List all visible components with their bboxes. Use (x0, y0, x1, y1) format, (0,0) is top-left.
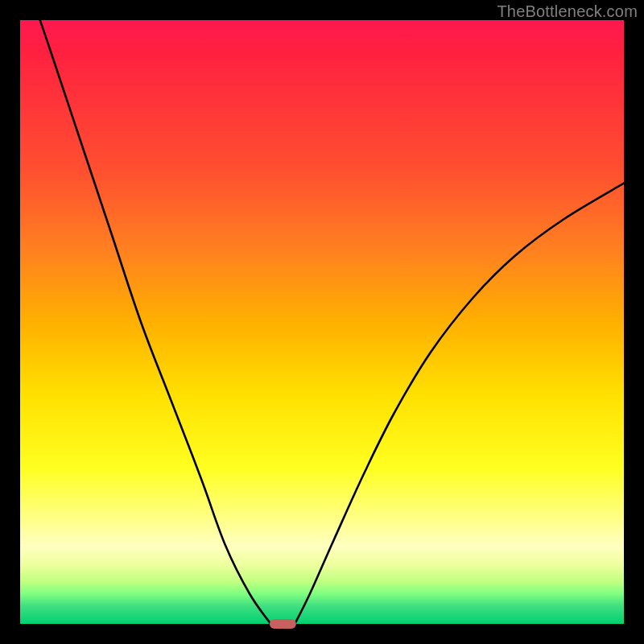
curve-left (40, 20, 271, 624)
chart-plot-area (20, 20, 624, 624)
chart-curves-svg (20, 20, 624, 624)
chart-frame: TheBottleneck.com (0, 0, 644, 644)
bottleneck-marker (270, 619, 295, 629)
watermark-label: TheBottleneck.com (497, 2, 638, 21)
curve-right (295, 184, 624, 625)
